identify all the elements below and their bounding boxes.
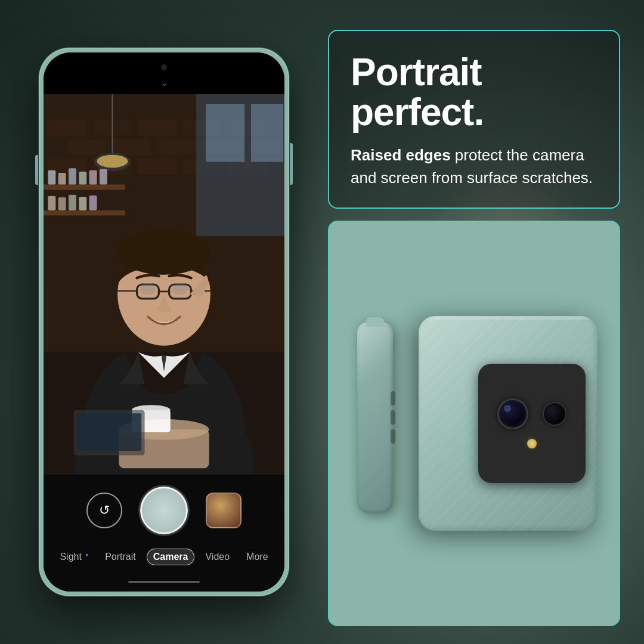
mode-portrait[interactable]: Portrait (99, 549, 142, 565)
svg-rect-27 (69, 168, 76, 184)
svg-rect-30 (100, 169, 107, 184)
main-layout: ⌄ (0, 0, 644, 644)
front-camera-dot (161, 64, 167, 70)
headline: Portrait perfect. (351, 52, 597, 132)
svg-rect-24 (44, 210, 125, 216)
svg-point-44 (140, 283, 156, 295)
camera-module (478, 364, 586, 483)
svg-rect-29 (89, 171, 97, 185)
mode-video[interactable]: Video (199, 549, 236, 565)
case-slot-1 (391, 391, 395, 405)
camera-flash (527, 439, 537, 448)
subtext-bold: Raised edges (351, 146, 451, 164)
svg-rect-14 (138, 159, 177, 174)
camera-buttons: ↺ (49, 487, 278, 534)
camera-controls: ↺ Sight Portrait Camera (44, 475, 284, 576)
case-side-view (351, 322, 399, 525)
phone-wrap: ⌄ (18, 18, 310, 626)
right-panels: Portrait perfect. Raised edges protect t… (328, 18, 626, 626)
svg-rect-28 (79, 172, 86, 185)
svg-rect-51 (77, 413, 141, 451)
notch-chevron: ⌄ (160, 77, 168, 88)
svg-rect-25 (48, 171, 55, 185)
shutter-button[interactable] (140, 487, 188, 534)
case-top-bump (366, 317, 384, 327)
mode-sight[interactable]: Sight (54, 549, 94, 565)
case-slot-2 (391, 410, 395, 425)
side-button-volume (35, 155, 38, 185)
case-detail-panel (328, 221, 620, 626)
svg-rect-31 (48, 196, 55, 210)
svg-rect-26 (58, 173, 66, 184)
subtext: Raised edges protect the camera and scre… (351, 144, 597, 189)
mode-more[interactable]: More (240, 549, 274, 565)
camera-viewfinder (44, 94, 284, 475)
side-button-power (290, 143, 293, 185)
phone-status-bar: ⌄ (44, 52, 284, 94)
svg-rect-2 (48, 120, 86, 135)
svg-rect-33 (69, 195, 76, 210)
secondary-lens (543, 402, 566, 426)
svg-rect-34 (79, 197, 86, 210)
last-photo-thumbnail[interactable] (206, 493, 242, 528)
phone-screen: ⌄ (44, 52, 284, 592)
svg-rect-4 (138, 120, 177, 135)
flip-camera-button[interactable]: ↺ (86, 493, 122, 528)
phone-case: ⌄ (39, 48, 289, 596)
svg-rect-23 (44, 184, 125, 190)
svg-rect-22 (251, 104, 283, 162)
text-panel: Portrait perfect. Raised edges protect t… (328, 30, 620, 209)
case-side-body (357, 322, 393, 513)
home-indicator (44, 576, 284, 592)
mode-camera[interactable]: Camera (147, 549, 195, 565)
camera-preview (44, 94, 284, 475)
home-bar (128, 581, 200, 583)
svg-rect-32 (58, 197, 66, 210)
svg-rect-21 (206, 104, 244, 162)
svg-rect-35 (89, 196, 97, 210)
svg-point-45 (172, 283, 188, 295)
svg-rect-9 (157, 140, 196, 155)
camera-lens-row (497, 398, 566, 429)
raised-edge-top (419, 316, 597, 320)
case-slot-3 (391, 429, 395, 444)
main-lens (497, 398, 528, 429)
svg-point-19 (97, 155, 128, 168)
svg-rect-7 (67, 140, 106, 155)
case-back-view (419, 316, 597, 531)
svg-rect-8 (112, 140, 151, 155)
flip-icon: ↺ (99, 503, 110, 518)
camera-mode-bar: Sight Portrait Camera Video More (49, 544, 278, 570)
case-side-slots (391, 391, 395, 444)
